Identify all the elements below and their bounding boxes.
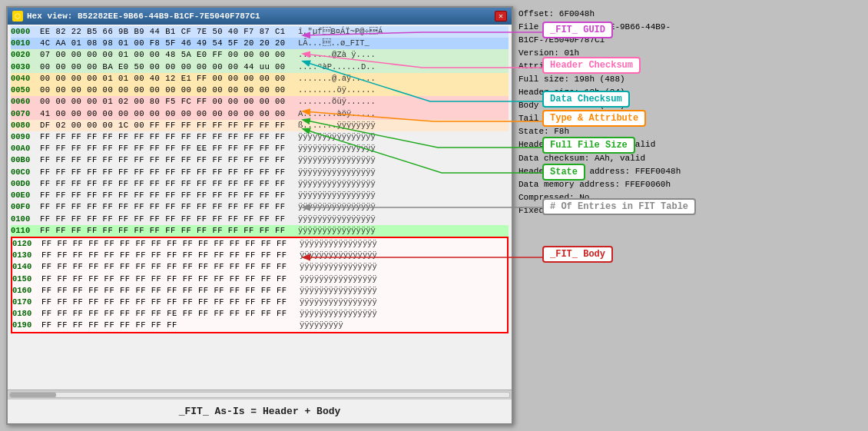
hex-addr: 0130 [12,250,41,261]
hex-bytes: DF 02 00 00 00 1C 00 FF FF FF FF FF FF F… [40,120,293,131]
info-header-checksum: Header checksum: 4Ch, valid [518,138,864,151]
hex-ascii: ÿÿÿÿÿÿÿÿÿÿÿÿÿÿÿÿ [293,201,376,213]
hex-bytes: FF FF FF FF FF FF FF FF FF FF FF FF FF F… [41,261,295,273]
hex-addr: 0000 [11,26,40,38]
hex-addr: 0070 [11,108,40,120]
hex-bytes: 07 00 00 00 00 01 00 00 48 5A E0 FF 00 0… [40,49,293,61]
hex-ascii: ÿÿÿÿÿÿÿÿÿÿÿÿÿÿÿÿ [293,190,376,201]
hex-addr: 00B0 [11,154,40,166]
hex-ascii: ÿÿÿÿÿÿÿÿÿ [295,320,343,331]
hex-row: 0140 FF FF FF FF FF FF FF FF FF FF FF FF… [11,261,509,273]
hex-addr: 00D0 [11,178,40,190]
hex-bytes: FF FF FF FF FF FF FF FF FF FF FF FF FF F… [40,225,293,237]
hex-ascii: î,"µfB¤ÁÏ~P@÷Á [293,26,383,38]
hex-bytes: 4C AA 01 08 98 01 00 F8 5F 46 49 54 5F 2… [40,38,293,49]
hex-view-window: ⬡ Hex view: B52282EE-9B66-44B9-B1CF-7E50… [6,6,513,425]
hex-row: 0120 FF FF FF FF FF FF FF FF FF FF FF FF… [11,237,509,250]
hex-addr: 00E0 [11,190,40,201]
hex-row: 0080 DF 02 00 00 00 1C 00 FF FF FF FF FF… [11,120,509,131]
info-state: State: F8h [518,125,864,138]
hex-addr: 00C0 [11,167,40,178]
hex-ascii: ÿÿÿÿÿÿÿÿÿÿÿÿÿÿÿÿ [295,297,377,308]
hex-addr: 0140 [12,261,41,273]
hex-ascii: ß.......ÿÿÿÿÿÿÿÿ [293,120,376,131]
info-fixed: Fixed: Yes [518,204,864,217]
hex-ascii: ........öÿ...... [293,85,376,96]
hex-bytes: FF FF FF FF FF FF FF FF FF FF FF FF FF F… [40,201,293,213]
hex-row: 0010 4C AA 01 08 98 01 00 F8 5F 46 49 54… [11,38,509,49]
info-tail-size: Tail size: 0h (0) [518,112,864,125]
hex-addr: 0010 [11,38,40,49]
hex-bytes: EE 82 22 B5 66 9B B9 44 B1 CF 7E 50 40 F… [40,26,293,38]
hex-addr: 0150 [12,274,41,285]
hex-row: 00F0 FF FF FF FF FF FF FF FF FF FF FF FF… [11,201,509,213]
hex-row: 0090 FF FF FF FF FF FF FF FF FF FF FF FF… [11,131,509,143]
hex-addr: 0090 [11,131,40,143]
hex-row: 0060 00 00 00 00 01 02 00 80 F5 FC FF 00… [11,96,509,108]
info-header-mem: Header memory address: FFEF0048h [518,165,864,178]
hex-addr: 0050 [11,85,40,96]
hex-addr: 0020 [11,49,40,61]
hex-bytes: FF FF FF FF FF FF FF FF FF FF FF FF FF F… [41,274,295,285]
hex-addr: 0170 [12,297,41,308]
info-body-size: Body size: 180h (384) [518,99,864,112]
hex-row: 0100 FF FF FF FF FF FF FF FF FF FF FF FF… [11,214,509,225]
hex-row: 0160 FF FF FF FF FF FF FF FF FF FF FF FF… [11,285,509,297]
hex-ascii: .......@Zà ÿ.... [293,49,376,61]
hex-row: 00B0 FF FF FF FF FF FF FF FF FF FF FF FF… [11,154,509,166]
hex-ascii: ÿÿÿÿÿÿÿÿÿÿÿÿÿÿÿÿ [293,214,376,225]
scrollbar-thumb[interactable] [10,393,56,397]
hex-bytes: FF FF FF FF FF FF FF FF FF FF FF FF FF F… [41,238,295,250]
scrollbar[interactable] [8,390,512,399]
hex-row: 0110 FF FF FF FF FF FF FF FF FF FF FF FF… [11,225,509,237]
hex-addr: 0060 [11,96,40,108]
hex-ascii: LÂ.....ø_FIT_ [293,38,369,49]
hex-ascii: ÿÿÿÿÿÿÿÿÿÿÿÿÿÿÿÿ [293,225,376,237]
hex-row: 0070 41 00 00 00 00 00 00 00 00 00 00 00… [11,108,509,120]
hex-bytes: FF FF FF FF FF FF FF FF FF FF EE FF FF F… [40,143,293,154]
hex-content-area: 0000 EE 82 22 B5 66 9B B9 44 B1 CF 7E 50… [8,25,512,423]
hex-row: 0180 FF FF FF FF FF FF FF FF FE FF FF FF… [11,308,509,320]
right-info-panel: Offset: 6F0048h File GUID: B52282EE-9B66… [518,6,864,217]
hex-addr: 0190 [12,320,41,331]
hex-bytes: 00 00 00 00 01 01 00 40 12 E1 FF 00 00 0… [40,73,293,85]
title-bar: ⬡ Hex view: B52282EE-9B66-44B9-B1CF-7E50… [8,8,512,25]
footer-label: _FIT_ As-Is = Header + Body [8,399,512,423]
hex-bytes: FF FF FF FF FF FF FF FF FF FF FF FF FF F… [41,250,295,261]
hex-ascii: ÿÿÿÿÿÿÿÿÿÿÿÿÿÿÿÿ [295,261,377,273]
info-block: Offset: 6F0048h File GUID: B52282EE-9B66… [518,8,864,217]
scrollbar-track[interactable] [9,392,510,398]
hex-row: 00E0 FF FF FF FF FF FF FF FF FF FF FF FF… [11,190,509,201]
hex-ascii: ÿÿÿÿÿÿÿÿÿÿÿÿÿÿÿÿ [293,131,376,143]
hex-bytes: 00 00 00 00 BA E0 50 00 00 00 00 00 00 4… [40,61,293,73]
hex-ascii: ÿÿÿÿÿÿÿÿÿÿÿÿÿÿÿÿ [295,308,377,320]
hex-bytes: FF FF FF FF FF FF FF FF FF FF FF FF FF F… [40,167,293,178]
hex-bytes: FF FF FF FF FF FF FF FF FF FF FF FF FF F… [40,131,293,143]
close-button[interactable]: ✕ [495,11,507,22]
hex-addr: 00F0 [11,201,40,213]
hex-table[interactable]: 0000 EE 82 22 B5 66 9B B9 44 B1 CF 7E 50… [8,25,512,390]
hex-bytes: FF FF FF FF FF FF FF FF FF FF FF FF FF F… [41,285,295,297]
info-data-mem: Data memory address: FFEF0060h [518,178,864,191]
hex-bytes: 00 00 00 00 00 00 00 00 00 00 00 00 00 0… [40,85,293,96]
hex-bytes: 00 00 00 00 01 02 00 80 F5 FC FF 00 00 0… [40,96,293,108]
hex-ascii: A.......àöÿ..... [293,108,376,120]
info-header-size: Header size: 18h (24) [518,86,864,99]
hex-ascii: ÿÿÿÿÿÿÿÿÿÿÿÿÿÿÿÿ [295,250,377,261]
hex-bytes: 41 00 00 00 00 00 00 00 00 00 00 00 00 0… [40,108,293,120]
hex-row: 0050 00 00 00 00 00 00 00 00 00 00 00 00… [11,85,509,96]
hex-ascii: ÿÿÿÿÿÿÿÿÿÿÿÿÿÿÿÿ [295,285,377,297]
window-icon: ⬡ [12,11,23,22]
hex-addr: 0080 [11,120,40,131]
hex-bytes: FF FF FF FF FF FF FF FF FF FF FF FF FF F… [40,190,293,201]
hex-bytes: FF FF FF FF FF FF FF FF FF [41,320,295,331]
hex-main: 0000 EE 82 22 B5 66 9B B9 44 B1 CF 7E 50… [8,25,512,423]
hex-bytes: FF FF FF FF FF FF FF FF FF FF FF FF FF F… [40,214,293,225]
hex-ascii: ÿÿÿÿÿÿÿÿÿÿÿÿÿÿÿÿ [295,238,377,250]
info-data-checksum: Data checksum: AAh, valid [518,152,864,165]
ann-fit-body: _FIT_ Body [542,246,613,263]
info-attributes: Attributes: 08h [518,60,864,73]
hex-ascii: ....ºàP......D.. [293,61,376,73]
hex-row: 0040 00 00 00 00 01 01 00 40 12 E1 FF 00… [11,73,509,85]
hex-bytes: FF FF FF FF FF FF FF FF FF FF FF FF FF F… [40,154,293,166]
